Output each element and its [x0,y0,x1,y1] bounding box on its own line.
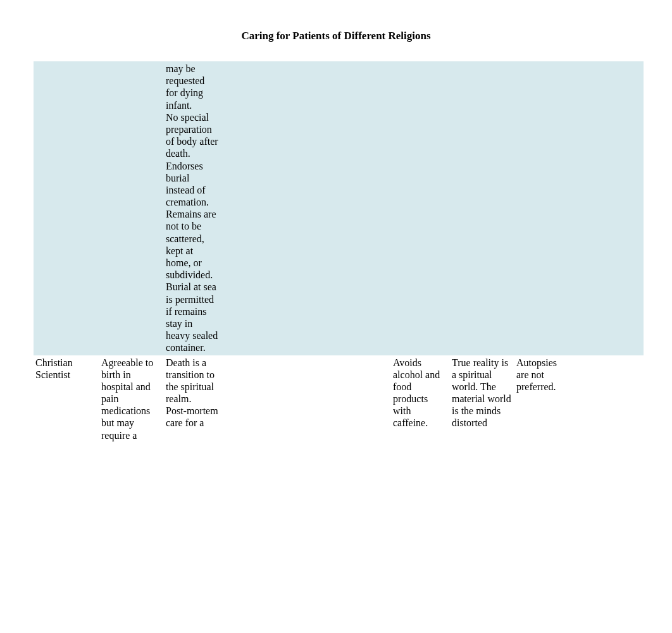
cell-beliefs [450,61,514,355]
cell-religion [34,61,99,355]
cell-beliefs: True reality is a spiritual world. The m… [450,355,514,443]
table-row: Christian Scientist Agreeable to birth i… [34,355,644,443]
cell-col5 [335,355,391,443]
cell-diet [391,61,450,355]
cell-birth [99,61,164,355]
cell-col4 [277,355,335,443]
cell-death: Death is a transition to the spiritual r… [164,355,220,443]
cell-col4 [277,61,335,355]
cell-religion: Christian Scientist [34,355,99,443]
cell-col9 [571,355,644,443]
cell-col9 [571,61,644,355]
cell-autopsy: Autopsies are not preferred. [514,355,571,443]
cell-col3 [220,61,277,355]
cell-birth: Agreeable to birth in hospital and pain … [99,355,164,443]
page-title: Caring for Patients of Different Religio… [0,0,672,61]
cell-col5 [335,61,391,355]
table-row: may be requested for dying infant.No spe… [34,61,644,355]
cell-autopsy [514,61,571,355]
religions-table: may be requested for dying infant.No spe… [34,61,644,443]
cell-col3 [220,355,277,443]
cell-diet: Avoids alcohol and food products with ca… [391,355,450,443]
cell-death: may be requested for dying infant.No spe… [164,61,220,355]
